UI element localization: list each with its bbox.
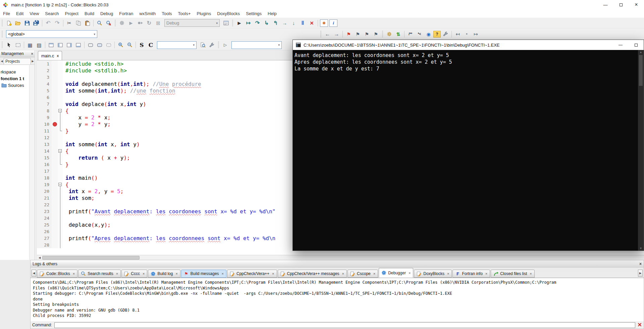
tabs-scroll-left-icon[interactable]: ◀ xyxy=(0,58,4,64)
command-close-icon[interactable]: ✕ xyxy=(638,322,642,328)
open-file-button[interactable] xyxy=(14,19,22,27)
paste-button[interactable] xyxy=(83,19,92,27)
fold-margin[interactable] xyxy=(58,208,63,215)
log-tab-code-blocks[interactable]: Code::Blocks× xyxy=(37,270,77,278)
doxy-line-comment-button[interactable]: *< xyxy=(415,30,424,38)
rect-filled-button[interactable] xyxy=(95,41,104,49)
debug-continue-button[interactable]: ▶ xyxy=(235,19,244,27)
breakpoint-margin[interactable] xyxy=(52,168,58,174)
fold-margin[interactable] xyxy=(58,74,63,80)
nav-back-button[interactable]: ← xyxy=(323,30,332,38)
tree-item-fonction-1-t[interactable]: fonction 1 t xyxy=(0,75,29,82)
log-tab-close-icon[interactable]: × xyxy=(373,272,375,276)
menu-project[interactable]: Project xyxy=(62,11,82,16)
fold-margin[interactable] xyxy=(58,174,63,181)
log-tab-cppcheck-vera-messages[interactable]: CppCheck/Vera++ messages× xyxy=(278,270,347,278)
fold-margin[interactable]: − xyxy=(58,181,63,188)
log-tab-cccc[interactable]: Cccc× xyxy=(121,270,147,278)
console-scroll-thumb[interactable] xyxy=(639,55,643,86)
breakpoint-margin[interactable] xyxy=(52,174,58,181)
logs-tabs-scroll-left-icon[interactable]: ◀ xyxy=(32,270,36,277)
fold-margin[interactable] xyxy=(58,87,63,94)
log-tab-close-icon[interactable]: × xyxy=(222,272,224,276)
pointer-tool-button[interactable] xyxy=(5,41,13,49)
breakpoint-margin[interactable] xyxy=(52,60,58,67)
abort-build-button[interactable]: ⊠ xyxy=(154,19,162,27)
breakpoint-margin[interactable] xyxy=(52,241,58,248)
menu-search[interactable]: Search xyxy=(42,11,62,16)
zoom-in-button[interactable] xyxy=(116,41,125,49)
menu-plugins[interactable]: Plugins xyxy=(194,11,214,16)
fold-margin[interactable] xyxy=(58,127,63,134)
fold-margin[interactable] xyxy=(58,168,63,174)
project-tree[interactable]: rkspacefonction 1 tSources xyxy=(0,65,29,260)
menu-edit[interactable]: Edit xyxy=(13,11,26,16)
fold-margin[interactable] xyxy=(58,188,63,195)
breakpoint-margin[interactable] xyxy=(52,154,58,161)
fold-margin[interactable] xyxy=(58,67,63,74)
fold-margin[interactable] xyxy=(58,101,63,107)
nav-forward-button[interactable]: → xyxy=(332,30,341,38)
editor-hscrollbar[interactable]: ◀ xyxy=(37,255,644,260)
fold-margin[interactable]: − xyxy=(58,148,63,154)
breakpoint-margin[interactable] xyxy=(52,80,58,87)
close-button[interactable]: × xyxy=(629,0,644,9)
rect-dashed-button[interactable] xyxy=(104,41,113,49)
next-line-button[interactable]: ↷ xyxy=(253,19,262,27)
log-tab-close-icon[interactable]: × xyxy=(342,272,344,276)
next-instruction-button[interactable]: → xyxy=(280,19,289,27)
log-tab-close-icon[interactable]: × xyxy=(272,272,274,276)
fold-margin[interactable] xyxy=(58,121,63,127)
logs-tabs-scroll-right-icon[interactable]: ▶ xyxy=(638,270,643,277)
debugging-windows-button[interactable]: ✱ xyxy=(320,19,328,27)
breakpoint-margin[interactable] xyxy=(52,87,58,94)
toggle-bookmark-button[interactable]: ⚑ xyxy=(344,30,353,38)
breakpoint-margin[interactable] xyxy=(52,195,58,201)
fold-margin[interactable] xyxy=(58,221,63,228)
browse-back-button[interactable]: ↤ xyxy=(453,30,462,38)
log-tab-doxyblocks[interactable]: DoxyBlocks× xyxy=(414,270,452,278)
menu-settings[interactable]: Settings xyxy=(243,11,265,16)
run-button[interactable]: ▶ xyxy=(127,19,135,27)
editor-tab-main-c[interactable]: main.c x xyxy=(38,51,62,60)
fold-margin[interactable]: − xyxy=(58,107,63,114)
step-out-button[interactable]: ↰ xyxy=(271,19,280,27)
menu-file[interactable]: File xyxy=(0,11,13,16)
fold-margin[interactable] xyxy=(58,201,63,208)
breakpoint-margin[interactable] xyxy=(52,67,58,74)
log-tab-close-icon[interactable]: × xyxy=(485,272,487,276)
fold-margin[interactable] xyxy=(58,228,63,235)
style-s-button[interactable]: S xyxy=(138,41,146,49)
log-tab-search-results[interactable]: Search results× xyxy=(78,270,121,278)
step-into-button[interactable]: ↳ xyxy=(262,19,271,27)
zoom-out-button[interactable] xyxy=(125,41,134,49)
console-minimize-button[interactable]: — xyxy=(613,40,628,50)
build-button[interactable] xyxy=(118,19,126,27)
maximize-button[interactable] xyxy=(613,0,629,9)
scope-select[interactable]: <global>▾ xyxy=(6,30,97,38)
menu-build[interactable]: Build xyxy=(82,11,97,16)
build-and-run-button[interactable] xyxy=(136,19,144,27)
browse-forward-button[interactable]: ↦ xyxy=(472,30,480,38)
menu-debug[interactable]: Debug xyxy=(97,11,116,16)
log-tab-close-icon[interactable]: × xyxy=(175,272,177,276)
goto-implementation-button[interactable] xyxy=(385,30,393,38)
fold-margin[interactable] xyxy=(58,154,63,161)
search-options-button[interactable] xyxy=(208,41,216,49)
console-scroll-up-icon[interactable]: ▲ xyxy=(640,50,642,54)
compile-log-window-button[interactable] xyxy=(222,19,230,27)
breakpoint-icon[interactable] xyxy=(53,122,57,126)
editor-tab-close-icon[interactable]: x xyxy=(57,54,59,58)
doxy-help-button[interactable]: ? xyxy=(433,31,441,38)
copy-button[interactable] xyxy=(74,19,83,27)
layout-bottom-button[interactable] xyxy=(74,41,83,49)
tree-item-rkspace[interactable]: rkspace xyxy=(0,68,29,75)
log-tab-close-icon[interactable]: × xyxy=(116,272,118,276)
browse-marker-button[interactable]: ● xyxy=(463,30,471,38)
breakpoint-margin[interactable] xyxy=(52,215,58,221)
breakpoint-margin[interactable] xyxy=(52,127,58,134)
console-maximize-button[interactable] xyxy=(628,40,644,50)
style-c-button[interactable]: C xyxy=(147,41,155,49)
breakpoint-margin[interactable] xyxy=(52,208,58,215)
tree-item-sources[interactable]: Sources xyxy=(0,82,29,89)
